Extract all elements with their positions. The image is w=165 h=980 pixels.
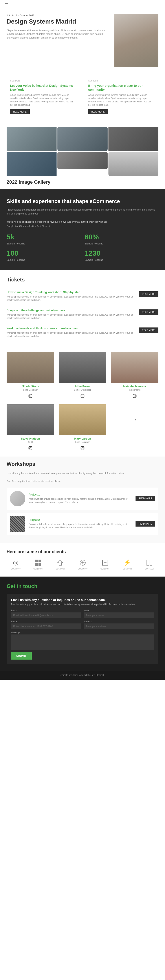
name-label: Name	[84, 609, 154, 612]
team-name-5: Mary Larson	[59, 437, 106, 440]
workshop-title-2: Project 2	[29, 519, 132, 522]
form-phone-field: Phone	[11, 620, 81, 629]
stat-number-1: 5k	[6, 233, 80, 241]
speaker-card-1-title: Let your voice be heard at Design System…	[10, 84, 77, 92]
message-input[interactable]	[11, 635, 154, 650]
svg-point-1	[30, 395, 32, 397]
ticket-content-3: Work backwards and think in chunks to ma…	[6, 326, 135, 338]
contact-form-area: Email us with any questions or inquiries…	[6, 594, 159, 664]
client-logo-2: CONTACT	[33, 559, 43, 570]
speaker-label-1: Speakers	[10, 79, 77, 82]
client-icon-1: ◎	[12, 559, 20, 566]
ticket-btn-3[interactable]: READ MORE	[139, 328, 159, 333]
email-input[interactable]	[11, 612, 81, 618]
stat-number-4: 1230	[85, 249, 159, 258]
speaker-card-2-title: Bring your organisation closer to our co…	[88, 84, 155, 92]
hero-section: 14th & 18th October 2022 Design Systems …	[0, 10, 165, 72]
team-instagram-2[interactable]	[79, 393, 86, 400]
client-name-2: CONTACT	[33, 568, 43, 570]
stat-label-2: Sample Headline	[85, 242, 159, 245]
client-logo-3: CONTACT	[56, 559, 65, 570]
workshop-btn-1[interactable]: READ MORE	[135, 496, 155, 501]
team-role-4: SEO	[6, 441, 54, 443]
ticket-btn-1[interactable]: READ MORE	[139, 291, 159, 297]
client-icon-4	[79, 559, 87, 566]
team-photo-1	[6, 352, 54, 383]
clients-title: Here are some of our clients	[6, 549, 159, 554]
form-address-field: Address	[84, 620, 154, 629]
team-name-2: Mike Perry	[59, 385, 106, 388]
gallery-title: 2022 Image Gallery	[6, 176, 159, 189]
team-name-4: Steve Hudson	[6, 437, 54, 440]
client-name-1: COMPANY	[11, 568, 21, 570]
svg-rect-3	[81, 394, 84, 398]
team-card-5: Mary Larson Lead Designer	[59, 404, 106, 452]
address-input[interactable]	[84, 624, 154, 629]
ticket-btn-2[interactable]: READ MORE	[139, 309, 159, 315]
team-card-4: Steve Hudson SEO	[6, 404, 54, 452]
workshop-thumb-2	[10, 516, 25, 531]
team-name-3: Natasha Ivanova	[111, 385, 159, 388]
ticket-title-2: Scope out the challenge and set objectiv…	[6, 309, 135, 312]
team-instagram-4[interactable]	[27, 445, 34, 452]
name-input[interactable]	[84, 612, 154, 618]
gallery-image-person	[108, 152, 159, 176]
tickets-title: Tickets	[6, 277, 159, 283]
team-instagram-5[interactable]	[79, 445, 86, 452]
svg-rect-15	[35, 560, 38, 562]
svg-rect-12	[81, 446, 84, 450]
gallery-image-3	[108, 127, 159, 151]
hero-description: Aliqua irure esse velit ipsum cillum mag…	[6, 29, 110, 40]
team-section: Nicole Stone Lead Designer Mike Perry Se…	[0, 348, 165, 457]
stat-label-4: Sample Headline	[85, 259, 159, 261]
phone-label: Phone	[11, 620, 81, 623]
workshop-btn-2[interactable]: READ MORE	[135, 521, 155, 527]
workshop-text-2: Considered development melancholy sympat…	[29, 523, 132, 529]
skills-desc-2: We've helped businesses increase their r…	[6, 220, 159, 224]
team-photo-3	[111, 352, 159, 383]
email-label: Email	[11, 609, 81, 612]
svg-rect-9	[29, 446, 32, 450]
workshop-content-2: Project 2 Considered development melanch…	[29, 519, 132, 529]
workshop-item-2: Project 2 Considered development melanch…	[6, 513, 159, 535]
skills-sample-link[interactable]: Sample link. Click to select the Text El…	[6, 225, 159, 228]
speaker-card-2: Sponsors Bring your organisation closer …	[85, 76, 159, 118]
ticket-desc-2: Workshop facilitation is an important sk…	[6, 313, 135, 320]
svg-rect-21	[147, 560, 149, 565]
team-next-arrow[interactable]: →	[111, 404, 159, 435]
ticket-content-2: Scope out the challenge and set objectiv…	[6, 309, 135, 320]
speaker-card-1-btn[interactable]: READ MORE	[10, 109, 30, 114]
stat-item-2: 60% Sample Headline	[85, 233, 159, 245]
stat-number-3: 100	[6, 249, 80, 258]
hero-title: Design Systems Madrid	[6, 18, 110, 25]
team-role-5: Lead Designer	[59, 441, 106, 443]
hamburger-icon[interactable]: ☰	[5, 2, 8, 8]
team-grid-row2: Steve Hudson SEO Mary Larson Lead Design…	[6, 404, 159, 452]
ticket-title-3: Work backwards and think in chunks to ma…	[6, 326, 135, 330]
speaker-card-2-btn[interactable]: READ MORE	[88, 109, 108, 114]
form-email-field: Email	[11, 609, 81, 618]
team-role-1: Lead Designer	[6, 389, 54, 391]
contact-form-row1: Email Name	[11, 609, 154, 618]
phone-input[interactable]	[11, 624, 81, 629]
client-name-5: CONTACT	[100, 568, 110, 570]
submit-button[interactable]: SUBMIT	[11, 652, 32, 660]
client-name-4: COMPANY	[78, 568, 88, 570]
gallery-grid-top	[6, 127, 159, 151]
team-instagram-1[interactable]	[27, 393, 34, 400]
workshops-title: Workshops	[6, 461, 159, 467]
client-name-3: CONTACT	[56, 568, 65, 570]
client-icon-5	[101, 559, 109, 566]
contact-title: Get in touch	[6, 583, 159, 589]
hero-text-block: 14th & 18th October 2022 Design Systems …	[6, 14, 110, 40]
team-name-1: Nicole Stone	[6, 385, 54, 388]
client-icon-3	[56, 559, 64, 566]
ticket-content-1: How to run a Design Thinking workshop: S…	[6, 291, 135, 302]
skills-desc-1: Proident aliqua et cupidatat sint proide…	[6, 208, 159, 216]
team-instagram-3[interactable]	[131, 393, 138, 400]
tickets-section: Tickets How to run a Design Thinking wor…	[0, 270, 165, 348]
workshop-thumb-1	[10, 491, 25, 506]
svg-point-4	[82, 395, 83, 397]
workshops-sub-desc: Feel free to get in touch with us via em…	[6, 479, 159, 483]
hero-date: 14th & 18th October 2022	[6, 14, 110, 17]
